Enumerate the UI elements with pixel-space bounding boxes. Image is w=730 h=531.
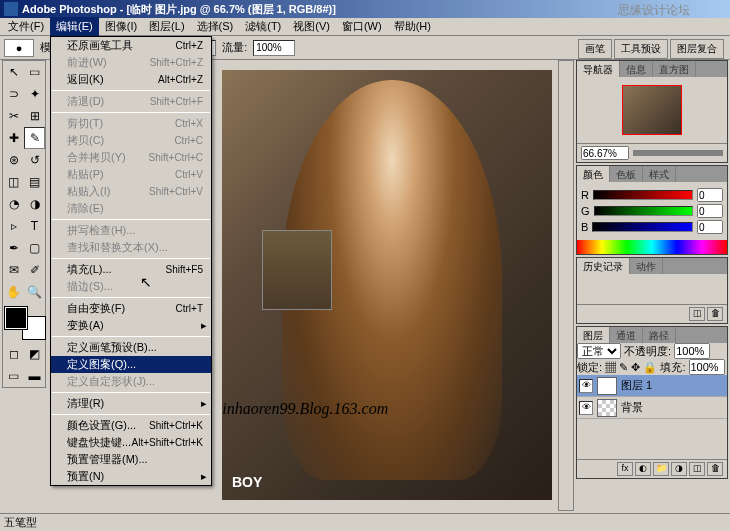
- g-input[interactable]: [697, 204, 723, 218]
- fill-input[interactable]: [689, 359, 725, 375]
- r-slider[interactable]: [593, 190, 693, 200]
- shape-tool[interactable]: ▢: [24, 237, 45, 259]
- layer-new-icon[interactable]: ◫: [689, 462, 705, 476]
- navigator-thumb[interactable]: [622, 85, 682, 135]
- layer-thumb[interactable]: [597, 399, 617, 417]
- blend-mode-select[interactable]: 正常: [577, 343, 621, 359]
- brush-tab[interactable]: 工具预设: [614, 39, 668, 59]
- path-tool[interactable]: ▹: [3, 215, 24, 237]
- menu-item[interactable]: 变换(A)▸: [51, 317, 211, 334]
- menu-item[interactable]: 定义画笔预设(B)...: [51, 339, 211, 356]
- dodge-tool[interactable]: ◑: [24, 193, 45, 215]
- layer-row[interactable]: 👁背景: [577, 397, 727, 419]
- menu-item[interactable]: 键盘快捷键...Alt+Shift+Ctrl+K: [51, 434, 211, 451]
- blur-tool[interactable]: ◔: [3, 193, 24, 215]
- tab[interactable]: 样式: [643, 166, 676, 182]
- menu-item[interactable]: 预置管理器(M)...: [51, 451, 211, 468]
- layer-delete-icon[interactable]: 🗑: [707, 462, 723, 476]
- history-new-snapshot[interactable]: ◫: [689, 307, 705, 321]
- b-slider[interactable]: [592, 222, 693, 232]
- brush-tool[interactable]: ✎: [24, 127, 45, 149]
- tab[interactable]: 导航器: [577, 61, 620, 77]
- lock-all-icon[interactable]: 🔒: [643, 361, 657, 373]
- notes-tool[interactable]: ✉: [3, 259, 24, 281]
- menu-5[interactable]: 滤镜(T): [239, 17, 287, 36]
- tab[interactable]: 动作: [630, 258, 663, 274]
- tab[interactable]: 信息: [620, 61, 653, 77]
- lock-paint-icon[interactable]: ✎: [619, 361, 628, 373]
- tab[interactable]: 色板: [610, 166, 643, 182]
- lasso-tool[interactable]: ⊃: [3, 83, 24, 105]
- crop-tool[interactable]: ✂: [3, 105, 24, 127]
- layer-row[interactable]: 👁图层 1: [577, 375, 727, 397]
- stamp-tool[interactable]: ⊛: [3, 149, 24, 171]
- r-input[interactable]: [697, 188, 723, 202]
- pen-tool[interactable]: ✒: [3, 237, 24, 259]
- zoom-input[interactable]: [581, 146, 629, 160]
- screen-full[interactable]: ▬: [24, 365, 45, 387]
- menu-4[interactable]: 选择(S): [191, 17, 240, 36]
- brush-tab[interactable]: 图层复合: [670, 39, 724, 59]
- menu-item[interactable]: 定义图案(Q)...: [51, 356, 211, 373]
- move-tool[interactable]: ↖: [3, 61, 24, 83]
- eye-icon[interactable]: 👁: [579, 379, 593, 393]
- eye-icon[interactable]: 👁: [579, 401, 593, 415]
- heal-tool[interactable]: ✚: [3, 127, 24, 149]
- tab[interactable]: 图层: [577, 327, 610, 343]
- layer-folder-icon[interactable]: 📁: [653, 462, 669, 476]
- flow-input[interactable]: [253, 40, 295, 56]
- layer-adjust-icon[interactable]: ◑: [671, 462, 687, 476]
- layer-mask-icon[interactable]: ◐: [635, 462, 651, 476]
- wand-tool[interactable]: ✦: [24, 83, 45, 105]
- lock-move-icon[interactable]: ✥: [631, 361, 640, 373]
- menu-item[interactable]: 清理(R)▸: [51, 395, 211, 412]
- color-swatch[interactable]: [5, 307, 45, 339]
- menu-item[interactable]: 自由变换(F)Ctrl+T: [51, 300, 211, 317]
- gradient-tool[interactable]: ▤: [24, 171, 45, 193]
- canvas[interactable]: Good fun 博客: Kaixinhaoren99.Blog.163.com…: [222, 70, 552, 500]
- zoom-slider[interactable]: [633, 150, 723, 156]
- menu-6[interactable]: 视图(V): [287, 17, 336, 36]
- history-brush-tool[interactable]: ↺: [24, 149, 45, 171]
- menu-1[interactable]: 编辑(E): [50, 17, 99, 36]
- layer-name: 图层 1: [621, 378, 652, 393]
- g-slider[interactable]: [594, 206, 693, 216]
- history-delete[interactable]: 🗑: [707, 307, 723, 321]
- layer-fx-icon[interactable]: fx: [617, 462, 633, 476]
- color-ramp[interactable]: [577, 240, 727, 254]
- zoom-tool[interactable]: 🔍: [24, 281, 45, 303]
- menu-item[interactable]: 返回(K)Alt+Ctrl+Z: [51, 71, 211, 88]
- tab[interactable]: 颜色: [577, 166, 610, 182]
- tab[interactable]: 历史记录: [577, 258, 630, 274]
- canvas-scrollbar-v[interactable]: [558, 60, 574, 511]
- screen-std[interactable]: ▭: [3, 365, 24, 387]
- type-tool[interactable]: T: [24, 215, 45, 237]
- slice-tool[interactable]: ⊞: [24, 105, 45, 127]
- menu-2[interactable]: 图像(I): [99, 17, 143, 36]
- marquee-tool[interactable]: ▭: [24, 61, 45, 83]
- brush-preset-picker[interactable]: ●: [4, 39, 34, 57]
- tab[interactable]: 直方图: [653, 61, 696, 77]
- eyedropper-tool[interactable]: ✐: [24, 259, 45, 281]
- lock-trans-icon[interactable]: ▦: [605, 361, 616, 373]
- layer-thumb[interactable]: [597, 377, 617, 395]
- layer-opacity-input[interactable]: [674, 343, 710, 359]
- menu-7[interactable]: 窗口(W): [336, 17, 388, 36]
- menu-item[interactable]: 还原画笔工具Ctrl+Z: [51, 37, 211, 54]
- quickmask-on[interactable]: ◩: [24, 343, 45, 365]
- eraser-tool[interactable]: ◫: [3, 171, 24, 193]
- menu-item[interactable]: 预置(N)▸: [51, 468, 211, 485]
- fg-color[interactable]: [5, 307, 27, 329]
- quickmask-off[interactable]: ◻: [3, 343, 24, 365]
- tab[interactable]: 路径: [643, 327, 676, 343]
- menu-item[interactable]: 填充(L)...Shift+F5: [51, 261, 211, 278]
- boy-text: BOY: [232, 474, 262, 490]
- b-input[interactable]: [697, 220, 723, 234]
- menu-8[interactable]: 帮助(H): [388, 17, 437, 36]
- hand-tool[interactable]: ✋: [3, 281, 24, 303]
- menu-item[interactable]: 颜色设置(G)...Shift+Ctrl+K: [51, 417, 211, 434]
- brush-tab[interactable]: 画笔: [578, 39, 612, 59]
- tab[interactable]: 通道: [610, 327, 643, 343]
- menu-0[interactable]: 文件(F): [2, 17, 50, 36]
- menu-3[interactable]: 图层(L): [143, 17, 190, 36]
